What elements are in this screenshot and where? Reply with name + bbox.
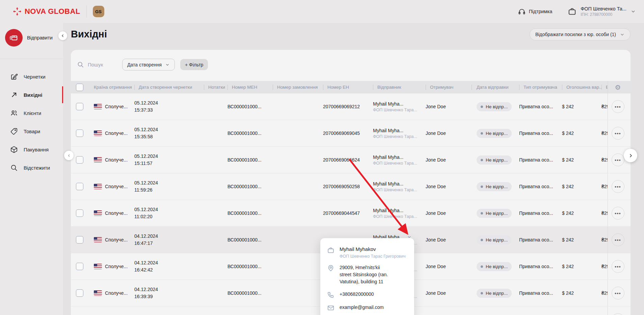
display-filter-dropdown[interactable]: Відображати посилки з юр. особи (1) bbox=[530, 28, 630, 40]
declared-value-cell: $ 242 bbox=[562, 147, 601, 173]
row-actions-button[interactable]: ••• bbox=[612, 127, 624, 140]
search-input[interactable] bbox=[87, 61, 117, 68]
row-checkbox[interactable] bbox=[76, 183, 83, 190]
sidebar-item-track[interactable]: Відстежити bbox=[0, 159, 63, 177]
add-filter-button[interactable]: + Фільтр bbox=[180, 59, 208, 70]
receiver-cell bbox=[426, 307, 472, 315]
table-scroll-right-button[interactable] bbox=[624, 149, 637, 162]
sidebar-item-outgoing[interactable]: Вихідні bbox=[0, 86, 63, 104]
status-dot-icon bbox=[481, 185, 483, 188]
sidebar-item-packaging[interactable]: Пакування bbox=[0, 140, 63, 159]
tag-icon bbox=[10, 127, 18, 135]
row-checkbox-cell bbox=[71, 173, 94, 200]
notes-cell bbox=[204, 280, 227, 306]
sidebar-item-goods[interactable]: Товари bbox=[0, 122, 63, 140]
row-checkbox[interactable] bbox=[76, 236, 83, 244]
notes-cell bbox=[204, 227, 227, 253]
notes-cell bbox=[204, 253, 227, 280]
column-header: Отримувач bbox=[426, 81, 472, 93]
receiver-cell: Jone Doe bbox=[426, 280, 472, 306]
sidebar-collapse-button[interactable] bbox=[58, 31, 67, 40]
divider bbox=[0, 59, 63, 59]
account-menu[interactable]: ФОП Шевченко Та... ІПН: 2788700000 bbox=[568, 6, 636, 17]
row-checkbox[interactable] bbox=[76, 289, 83, 297]
row-actions-button[interactable]: ••• bbox=[612, 207, 624, 220]
order-number-cell bbox=[273, 227, 323, 253]
us-flag-icon bbox=[94, 237, 102, 242]
en-number-cell: 20700669044547 bbox=[323, 200, 373, 226]
status-dot-icon bbox=[481, 239, 483, 241]
men-number-cell: ВС000001000... bbox=[227, 253, 273, 280]
sidebar-item-label: Пакування bbox=[24, 147, 49, 152]
declared-value-uah-cell: ₴29 bbox=[601, 173, 608, 200]
status-dot-icon bbox=[481, 106, 483, 108]
us-flag-icon bbox=[94, 264, 102, 269]
order-number-cell bbox=[273, 120, 323, 146]
table-row[interactable]: Сполуче... 05.12.202411:59:26 ВС00000100… bbox=[71, 173, 630, 200]
receiver-type-cell: Приватна осо... bbox=[519, 93, 562, 120]
declared-value-cell bbox=[562, 307, 601, 315]
sidebar-item-drafts[interactable]: Чернетки bbox=[0, 67, 63, 86]
support-button[interactable]: Підтримка bbox=[518, 8, 553, 15]
brand-logo[interactable]: NOVA GLOBAL bbox=[13, 7, 80, 16]
us-flag-icon bbox=[94, 157, 102, 163]
column-header: Країна отримання bbox=[94, 81, 134, 93]
created-date-cell: 05.12.202411:02:20 bbox=[134, 200, 204, 226]
ship-status-cell: Не відпр... bbox=[472, 280, 519, 306]
divider bbox=[86, 5, 87, 18]
send-parcel-button[interactable]: Відправити bbox=[5, 29, 53, 47]
row-checkbox[interactable] bbox=[76, 130, 83, 137]
row-actions-button[interactable]: ••• bbox=[612, 233, 624, 246]
date-filter-dropdown[interactable]: Дата створення bbox=[122, 59, 175, 70]
date-filter-label: Дата створення bbox=[127, 62, 162, 67]
notes-cell bbox=[204, 120, 227, 146]
row-actions-cell: ••• bbox=[608, 120, 630, 146]
row-actions-button[interactable]: ••• bbox=[612, 260, 624, 273]
men-number-cell: ВС000001000... bbox=[227, 93, 273, 120]
gear-icon[interactable]: ⚙ bbox=[615, 83, 621, 91]
row-checkbox[interactable] bbox=[76, 209, 83, 217]
ship-status-cell: Не відпр... bbox=[472, 93, 519, 120]
ship-status-cell bbox=[472, 307, 519, 315]
table-row[interactable]: Сполуче... 05.12.202415:11:57 ВС00000100… bbox=[71, 146, 630, 173]
status-badge: Не відпр... bbox=[477, 182, 512, 191]
row-actions-button[interactable]: ••• bbox=[612, 287, 624, 299]
row-actions-button[interactable]: ••• bbox=[612, 180, 624, 193]
table-row[interactable]: Сполуче... 05.12.202411:02:20 ВС00000100… bbox=[71, 200, 630, 226]
row-checkbox[interactable] bbox=[76, 103, 83, 110]
table-row[interactable]: Сполуче... 05.12.202415:35:58 ВС00000100… bbox=[71, 120, 630, 146]
order-number-cell bbox=[273, 307, 323, 315]
table-row[interactable]: Сполуче... 05.12.202415:37:33 ВС00000100… bbox=[71, 93, 630, 120]
sender-cell: Myhail Myha... ФОП Шевченко Тара... bbox=[373, 93, 426, 120]
order-number-cell bbox=[273, 147, 323, 173]
headphones-icon bbox=[518, 8, 526, 15]
popup-sender-phone: +380682000000 bbox=[340, 291, 374, 298]
declared-value-cell: $ 242 bbox=[562, 173, 601, 200]
select-all-checkbox[interactable] bbox=[76, 84, 83, 91]
notes-cell bbox=[204, 307, 227, 315]
workspace-badge[interactable]: GS bbox=[93, 6, 104, 17]
country-cell: Сполуче... bbox=[94, 227, 134, 253]
row-checkbox-cell bbox=[71, 307, 94, 315]
nova-global-logo-icon bbox=[13, 7, 22, 16]
row-actions-cell: ••• bbox=[608, 227, 630, 253]
header-checkbox-cell bbox=[71, 81, 94, 93]
ship-status-cell: Не відпр... bbox=[472, 120, 519, 146]
status-badge: Не відпр... bbox=[477, 262, 512, 271]
row-actions-button[interactable]: ••• bbox=[612, 100, 624, 113]
row-checkbox[interactable] bbox=[76, 156, 83, 164]
table-scroll-left-button[interactable] bbox=[64, 151, 74, 160]
country-cell: Сполуче... bbox=[94, 173, 134, 200]
created-date-cell: 04.12.202416:39:39 bbox=[134, 280, 204, 306]
status-badge: Не відпр... bbox=[477, 235, 512, 245]
popup-sender-email: example@gmail.com bbox=[340, 304, 384, 311]
sidebar-item-clients[interactable]: Клієнти bbox=[0, 104, 63, 122]
column-header: Номер ЕН bbox=[323, 81, 373, 93]
row-actions-cell: ••• bbox=[608, 93, 630, 120]
briefcase-icon bbox=[327, 247, 334, 254]
receiver-cell: Jone Doe bbox=[426, 253, 472, 280]
declared-value-uah-cell: ₴29 bbox=[601, 147, 608, 173]
row-actions-button[interactable]: ••• bbox=[612, 153, 624, 166]
row-actions-button[interactable]: ••• bbox=[612, 313, 624, 315]
row-checkbox[interactable] bbox=[76, 263, 83, 270]
